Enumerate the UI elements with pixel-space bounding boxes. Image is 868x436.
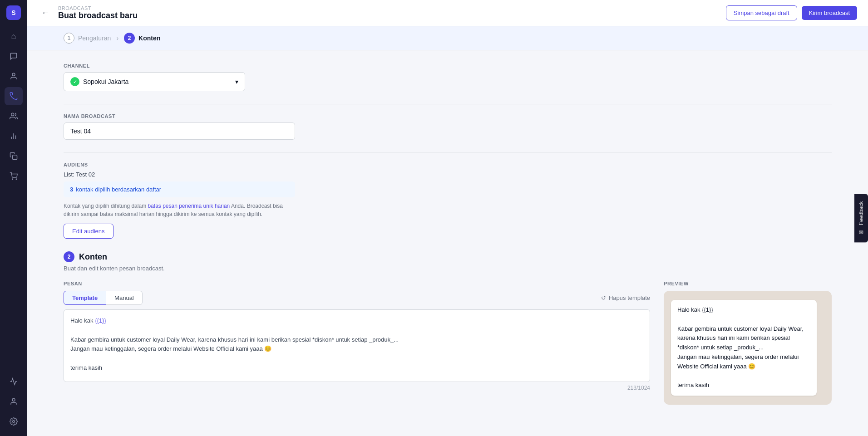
audiens-count-box: 3 kontak dipilih berdasarkan daftar — [64, 181, 295, 197]
nama-broadcast-label: NAMA BROADCAST — [64, 113, 832, 119]
pesan-panel: PESAN Template Manual ↺ Hapus template H… — [64, 281, 650, 405]
feedback-icon: ✉ — [858, 229, 864, 235]
preview-bubble: Halo kak {{1}} Kabar gembira untuk custo… — [671, 300, 817, 396]
message-content-box[interactable]: Halo kak {{1}} Kabar gembira untuk custo… — [64, 309, 650, 382]
svg-rect-5 — [13, 155, 17, 160]
cart-icon[interactable] — [5, 167, 23, 185]
konten-title: Konten — [79, 252, 107, 262]
step-arrow: › — [116, 34, 118, 42]
settings-icon[interactable] — [5, 412, 23, 431]
preview-line4: terima kasih — [677, 382, 709, 388]
header-title-group: BROADCAST Buat broadcast baru — [58, 5, 138, 20]
preview-label: PREVIEW — [664, 281, 832, 286]
konten-section: 2 Konten Buat dan edit konten pesan broa… — [64, 251, 832, 405]
main-area: ← BROADCAST Buat broadcast baru Simpan s… — [27, 0, 868, 436]
konten-header: 2 Konten — [64, 251, 832, 262]
hapus-template-button[interactable]: ↺ Hapus template — [601, 294, 650, 301]
page-title: Buat broadcast baru — [58, 11, 138, 20]
sidebar: S ⌂ — [0, 0, 27, 436]
team-icon[interactable] — [5, 107, 23, 125]
svg-point-9 — [13, 421, 15, 423]
message-line2: Kabar gembira untuk customer loyal Daily… — [70, 336, 399, 343]
audiens-list-label: List: Test 02 — [64, 171, 832, 178]
channel-select[interactable]: ✓ Sopokui Jakarta ▾ — [64, 72, 245, 91]
channel-select-inner: ✓ Sopokui Jakarta — [70, 77, 128, 86]
audiens-note-pre: Kontak yang dipilih dihitung dalam — [64, 203, 146, 209]
header-left: ← BROADCAST Buat broadcast baru — [38, 5, 138, 20]
step-2-label: Konten — [138, 34, 160, 42]
audiens-section: AUDIENS List: Test 02 3 kontak dipilih b… — [64, 162, 832, 239]
content-area: CHANNEL ✓ Sopokui Jakarta ▾ NAMA BROADCA… — [27, 50, 868, 436]
nama-broadcast-input[interactable] — [64, 122, 295, 140]
preview-line2: Kabar gembira untuk customer loyal Daily… — [677, 325, 804, 351]
header-breadcrumb: BROADCAST — [58, 5, 138, 11]
message-var: {{1}} — [95, 317, 106, 324]
activity-icon[interactable] — [5, 372, 23, 391]
refresh-icon: ↺ — [601, 294, 606, 301]
chat-icon[interactable] — [5, 47, 23, 65]
user-bottom-icon[interactable] — [5, 392, 23, 411]
char-count: 213/1024 — [64, 385, 650, 391]
svg-point-7 — [16, 179, 17, 180]
preview-panel: PREVIEW Halo kak {{1}} Kabar gembira unt… — [650, 281, 832, 405]
preview-line3: Jangan mau ketinggalan, segera order mel… — [677, 353, 799, 370]
chevron-down-icon: ▾ — [235, 78, 238, 85]
svg-point-1 — [11, 113, 14, 116]
header-actions: Simpan sebagai draft Kirim broadcast — [726, 5, 857, 20]
step-konten[interactable]: 2 Konten — [124, 33, 160, 44]
step-1-circle: 1 — [64, 33, 74, 44]
audiens-note-link[interactable]: batas pesan penerima unik harian — [148, 203, 230, 209]
edit-audiens-button[interactable]: Edit audiens — [64, 224, 113, 239]
steps-bar: 1 Pengaturan › 2 Konten — [27, 26, 868, 50]
audiens-note: Kontak yang dipilih dihitung dalam batas… — [64, 202, 295, 218]
tabs-row: Template Manual ↺ Hapus template — [64, 291, 650, 305]
contacts-icon[interactable] — [5, 67, 23, 85]
step-2-circle: 2 — [124, 33, 135, 44]
divider-1 — [64, 104, 832, 104]
channel-label: CHANNEL — [64, 63, 832, 69]
hapus-template-label: Hapus template — [609, 294, 650, 301]
copy-icon[interactable] — [5, 147, 23, 165]
channel-section: CHANNEL ✓ Sopokui Jakarta ▾ — [64, 63, 832, 91]
feedback-label: Feedback — [858, 201, 864, 225]
divider-2 — [64, 152, 832, 153]
konten-desc: Buat dan edit konten pesan broadcast. — [64, 265, 832, 272]
step-1-label: Pengaturan — [78, 34, 111, 42]
channel-value: Sopokui Jakarta — [83, 78, 128, 85]
sidebar-logo[interactable]: S — [6, 5, 21, 20]
back-button[interactable]: ← — [38, 6, 53, 20]
pesan-preview-grid: PESAN Template Manual ↺ Hapus template H… — [64, 281, 832, 405]
tab-manual[interactable]: Manual — [106, 291, 143, 305]
home-icon[interactable]: ⌂ — [5, 27, 23, 45]
chart-icon[interactable] — [5, 127, 23, 145]
preview-line1: Halo kak {{1}} — [677, 306, 713, 313]
nama-broadcast-section: NAMA BROADCAST — [64, 113, 832, 140]
audiens-count: 3 — [70, 186, 73, 193]
svg-point-6 — [12, 179, 13, 180]
broadcast-icon[interactable] — [5, 87, 23, 105]
tabs-left: Template Manual — [64, 291, 143, 305]
audiens-label: AUDIENS — [64, 162, 832, 167]
tab-template[interactable]: Template — [64, 291, 106, 305]
save-draft-button[interactable]: Simpan sebagai draft — [726, 5, 797, 20]
audiens-count-text: kontak dipilih berdasarkan daftar — [76, 186, 161, 193]
message-line1: Halo kak — [70, 317, 95, 324]
step-pengaturan[interactable]: 1 Pengaturan — [64, 33, 111, 44]
svg-point-0 — [12, 73, 15, 76]
header: ← BROADCAST Buat broadcast baru Simpan s… — [27, 0, 868, 26]
send-broadcast-button[interactable]: Kirim broadcast — [802, 6, 857, 20]
konten-badge: 2 — [64, 251, 74, 262]
feedback-tab[interactable]: ✉ Feedback — [854, 194, 868, 242]
svg-point-8 — [12, 398, 15, 401]
pesan-label: PESAN — [64, 281, 650, 286]
whatsapp-icon: ✓ — [70, 77, 79, 86]
message-line4: terima kasih — [70, 364, 102, 371]
preview-phone: Halo kak {{1}} Kabar gembira untuk custo… — [664, 291, 832, 405]
message-line3: Jangan mau ketinggalan, segera order mel… — [70, 345, 271, 352]
